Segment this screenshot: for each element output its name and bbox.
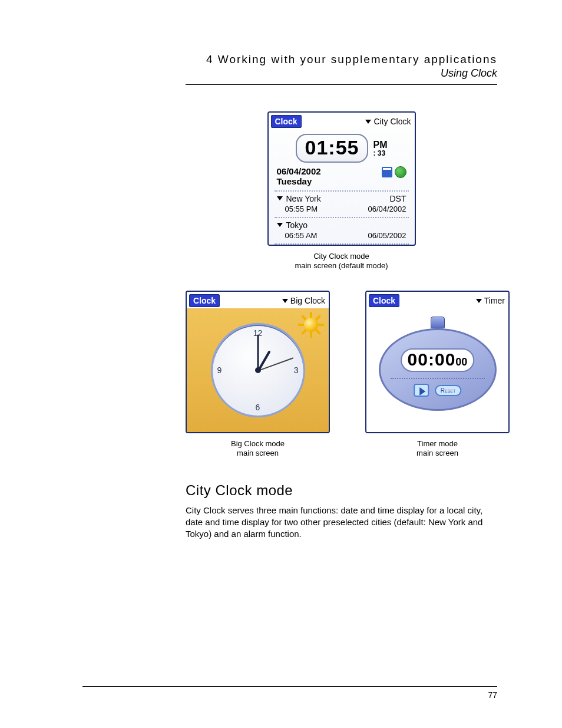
timer-sub: 00 — [455, 356, 467, 368]
city-date: 06/04/2002 — [368, 205, 406, 213]
timer-main: 00:00 — [408, 350, 456, 370]
timer-display: 00:00 00 — [401, 348, 475, 372]
city-name[interactable]: New York — [286, 194, 321, 203]
city-time: 05:55 PM — [285, 205, 318, 213]
mode-dropdown-label: Big Clock — [290, 296, 325, 305]
divider — [275, 243, 409, 245]
page-number: 77 — [488, 690, 497, 700]
mode-dropdown-label: City Clock — [373, 117, 411, 126]
main-time-display: 01:55 — [296, 134, 369, 163]
city-date: 06/05/2002 — [368, 231, 406, 240]
app-badge: Clock — [271, 115, 302, 128]
big-clock-screenshot: Clock Big Clock — [186, 291, 330, 433]
header-rule — [186, 84, 497, 85]
main-weekday: Tuesday — [277, 176, 321, 186]
page-header: 4 Working with your supplementary applic… — [186, 53, 497, 80]
mode-dropdown[interactable]: Timer — [476, 296, 505, 305]
mode-dropdown-label: Timer — [484, 296, 505, 305]
chevron-down-icon[interactable] — [277, 223, 283, 227]
numeral-6: 6 — [256, 403, 260, 412]
reset-button[interactable]: Reset — [435, 385, 462, 396]
app-badge: Clock — [369, 294, 399, 307]
app-badge: Clock — [189, 294, 220, 307]
body-paragraph: City Clock serves three main functions: … — [186, 505, 497, 541]
stopwatch-icon: 00:00 00 Reset — [379, 326, 497, 414]
timer-screenshot: Clock Timer 00:00 00 — [365, 291, 510, 433]
ampm-label: PM — [373, 140, 387, 150]
main-date: 06/04/2002 — [277, 166, 321, 176]
sun-icon — [298, 312, 324, 338]
city-time: 06:55 AM — [285, 231, 318, 240]
numeral-3: 3 — [294, 365, 299, 375]
analog-clock-face: 12 3 6 9 — [211, 323, 305, 417]
clock-center — [255, 367, 261, 373]
chapter-title: 4 Working with your supplementary applic… — [186, 53, 497, 66]
section-heading: City Clock mode — [186, 482, 497, 499]
section-title: Using Clock — [186, 67, 497, 80]
city-row: Tokyo 06:55 AM 06/05/2002 — [269, 218, 415, 243]
mode-dropdown[interactable]: City Clock — [365, 117, 411, 126]
city-row: New York DST 05:55 PM 06/04/2002 — [269, 192, 415, 217]
calendar-icon[interactable] — [382, 167, 392, 177]
main-time: 01:55 — [305, 136, 359, 159]
chevron-down-icon — [282, 299, 288, 303]
play-button[interactable] — [414, 384, 429, 397]
city-name[interactable]: Tokyo — [286, 220, 308, 230]
mode-dropdown[interactable]: Big Clock — [282, 296, 325, 305]
chevron-down-icon[interactable] — [277, 196, 283, 200]
footer-rule — [82, 686, 497, 687]
figure-caption: City Clock mode main screen (default mod… — [295, 252, 388, 271]
chevron-down-icon — [365, 120, 371, 124]
figure-caption: Big Clock mode main screen — [231, 439, 285, 459]
city-badge: DST — [390, 194, 406, 203]
figure-caption: Timer mode main screen — [416, 439, 458, 459]
alarm-icon[interactable] — [395, 166, 406, 178]
chevron-down-icon — [476, 299, 482, 303]
seconds-label: : 33 — [373, 150, 387, 157]
city-clock-screenshot: Clock City Clock 01:55 PM : 33 — [267, 111, 416, 246]
minute-hand — [257, 335, 259, 371]
numeral-9: 9 — [217, 365, 222, 375]
